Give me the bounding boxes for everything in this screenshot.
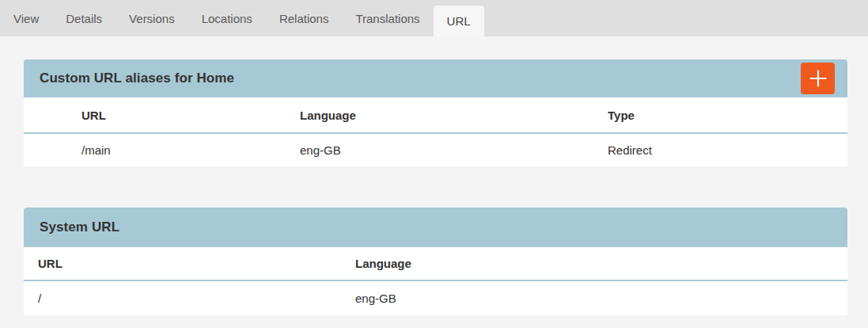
column-header-type: Type [608, 97, 847, 133]
tab-bar: View Details Versions Locations Relation… [0, 0, 868, 36]
custom-aliases-header: Custom URL aliases for Home [24, 59, 847, 97]
column-header-url: URL [24, 247, 355, 280]
custom-aliases-title: Custom URL aliases for Home [40, 71, 234, 86]
add-url-alias-button[interactable] [801, 63, 835, 94]
column-header-language: Language [355, 247, 847, 280]
system-url-title: System URL [40, 219, 119, 235]
tab-view[interactable]: View [0, 0, 52, 36]
alias-url-cell: /main [24, 133, 300, 166]
tab-url[interactable]: URL [434, 6, 484, 36]
system-url-table: URL Language / eng-GB [24, 247, 847, 315]
table-row: /main eng-GB Redirect [24, 133, 847, 166]
system-language-cell: eng-GB [355, 280, 847, 315]
plus-icon [809, 69, 828, 88]
content-area: Custom URL aliases for Home URL Language… [0, 59, 868, 315]
tab-relations[interactable]: Relations [266, 0, 343, 36]
table-row: / eng-GB [24, 280, 847, 315]
column-header-url: URL [24, 97, 300, 133]
tab-details[interactable]: Details [52, 0, 116, 36]
system-url-header-row: URL Language [24, 247, 847, 280]
custom-aliases-header-row: URL Language Type [24, 97, 847, 133]
column-header-language: Language [300, 97, 608, 133]
custom-url-aliases-panel: Custom URL aliases for Home URL Language… [24, 59, 847, 166]
tab-translations[interactable]: Translations [342, 0, 433, 36]
alias-type-cell: Redirect [608, 133, 847, 166]
custom-aliases-table: URL Language Type /main eng-GB Redirect [24, 97, 847, 166]
system-url-panel: System URL URL Language / eng-GB [24, 208, 847, 315]
system-url-header: System URL [24, 208, 847, 247]
tab-locations[interactable]: Locations [188, 0, 266, 36]
alias-language-cell: eng-GB [300, 133, 608, 166]
system-url-cell: / [24, 280, 355, 315]
tab-versions[interactable]: Versions [116, 0, 188, 36]
